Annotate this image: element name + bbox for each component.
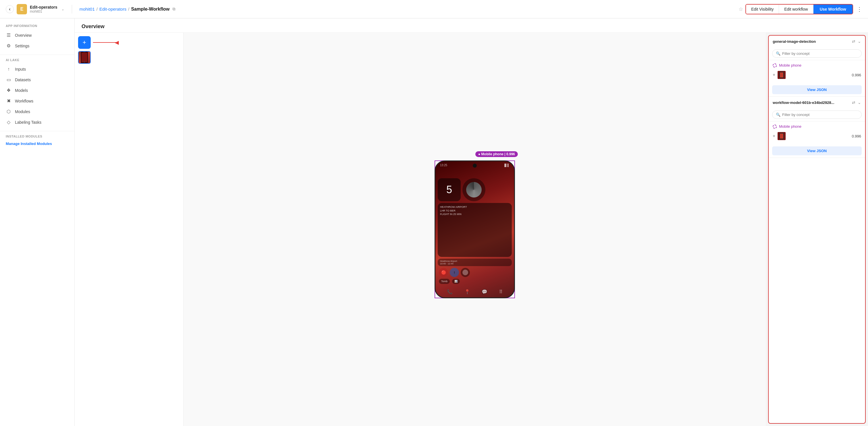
sidebar-item-label: Models [15, 88, 28, 93]
overview-header: Overview [74, 19, 868, 33]
sidebar-item-inputs[interactable]: ↑ Inputs [0, 64, 74, 74]
use-workflow-button[interactable]: Use Workflow [813, 5, 852, 14]
workflows-icon: ✖ [6, 98, 11, 103]
filter-input-wrap-2: 🔍 [769, 108, 865, 121]
detection-thumb-2 [778, 132, 786, 140]
thumb-phone-svg [81, 51, 88, 64]
result-section-2-header[interactable]: workflow-model-601b-e34bd2928... ⇄ ⌄ [769, 97, 865, 108]
phone-notch [473, 163, 477, 168]
detection-score-1: 0.996 [851, 73, 861, 77]
detection-row-2: ⌖ 0.996 [773, 131, 861, 141]
filter-icon-2[interactable]: ⇄ [852, 100, 856, 105]
breadcrumb-sep2: / [128, 7, 129, 11]
sidebar-item-workflows[interactable]: ✖ Workflows [0, 96, 74, 106]
filter-input-wrap-1: 🔍 [769, 47, 865, 60]
models-icon: ❖ [6, 88, 11, 93]
svg-rect-3 [83, 52, 86, 52]
result-section-1-controls: ⇄ ⌄ [852, 39, 861, 43]
inputs-icon: ↑ [6, 67, 11, 72]
sidebar-item-modules[interactable]: ⬡ Modules [0, 106, 74, 117]
breadcrumb-app[interactable]: Edit-operators [99, 7, 126, 11]
arrow-indicator: ◀ [93, 39, 119, 45]
search-icon-2: 🔍 [776, 113, 780, 117]
breadcrumb-sep1: / [96, 7, 98, 11]
sidebar-divider-2 [0, 131, 74, 131]
settings-icon: ⚙ [6, 43, 11, 49]
breadcrumb: mohit01 / Edit-operators / Sample-Workfl… [80, 7, 175, 12]
breadcrumb-user[interactable]: mohit01 [80, 7, 95, 11]
concept-dot-1 [773, 63, 777, 67]
result-section-1-header[interactable]: general-image-detection ⇄ ⌄ [769, 36, 865, 47]
phone-action-1: 🔴 [439, 268, 448, 277]
phone-widget-circle [462, 178, 485, 201]
sidebar-item-label: Modules [15, 110, 30, 114]
results-panel: general-image-detection ⇄ ⌄ 🔍 [768, 35, 866, 424]
more-options-button[interactable]: ⋮ [857, 6, 862, 12]
filter-concept-input-2[interactable] [782, 113, 858, 117]
app-information-label: App Information [0, 24, 74, 30]
svg-rect-6 [780, 72, 783, 78]
chevron-down-icon[interactable]: ⌄ [61, 7, 64, 11]
thumbnail-item-1[interactable] [78, 51, 91, 64]
phone-circle-inner [466, 182, 482, 197]
sidebar-item-overview[interactable]: ☰ Overview [0, 30, 74, 40]
avatar: E [17, 4, 27, 14]
sidebar-divider-1 [0, 55, 74, 55]
svg-rect-9 [780, 133, 783, 139]
sidebar-item-settings[interactable]: ⚙ Settings [0, 40, 74, 51]
topnav-left: ‹ E Edit-operators mohit01 ⌄ mohit01 / E… [6, 4, 175, 14]
sidebar-item-label: Settings [15, 43, 30, 48]
phone-widget-text: HEATHROW AIRPORTLHR TO BERFLIGHT IN 25 M… [438, 203, 512, 257]
concept-item-1: Mobile phone ⌖ 0.996 [769, 60, 865, 83]
sidebar-item-datasets[interactable]: ▭ Datasets [0, 74, 74, 85]
svg-rect-1 [82, 53, 87, 62]
phone-apps-icon: ⠿ [499, 289, 503, 295]
sidebar-item-labeling[interactable]: ◇ Labeling Tasks [0, 117, 74, 127]
view-json-button-1[interactable]: View JSON [772, 85, 862, 94]
topnav-right: ☆ Edit Visibility Edit workflow Use Work… [739, 4, 862, 14]
detection-main: ● Mobile phone | 0.996 13:25 ▐▌▌ 5 [184, 33, 766, 426]
add-input-button[interactable]: + [78, 36, 91, 49]
phone-widget-number: 5 [438, 178, 461, 201]
result-section-2: workflow-model-601b-e34bd2928... ⇄ ⌄ 🔍 [769, 97, 865, 158]
sidebar-item-models[interactable]: ❖ Models [0, 85, 74, 96]
expand-icon-2[interactable]: ⌄ [858, 100, 861, 105]
star-button[interactable]: ☆ [739, 6, 743, 12]
phone-action-3 [461, 268, 470, 277]
breadcrumb-current: Sample-Workflow [131, 7, 169, 12]
phone-call-icon: 📞 [447, 289, 453, 295]
edit-visibility-button[interactable]: Edit Visibility [746, 5, 779, 14]
sidebar-item-label: Overview [15, 33, 32, 38]
sidebar-item-label: Inputs [15, 67, 26, 71]
result-section-1-title: general-image-detection [773, 39, 816, 43]
main-layout: App Information ☰ Overview ⚙ Settings AI… [0, 19, 868, 426]
phone-signal: ▐▌▌ [503, 163, 509, 167]
copy-icon[interactable]: ⧉ [173, 7, 175, 11]
back-icon: ‹ [9, 7, 10, 12]
ai-lake-label: AI Lake [0, 58, 74, 64]
detection-thumb-1 [778, 71, 786, 79]
phone-widget-row-1: 5 [438, 178, 512, 201]
detection-label: ● Mobile phone | 0.996 [475, 151, 518, 157]
view-json-button-2[interactable]: View JSON [772, 146, 862, 155]
expand-icon-1[interactable]: ⌄ [858, 39, 861, 43]
manage-modules-link[interactable]: Manage Installed Modules [0, 141, 74, 147]
phone-bottom-bar: 📞 📍 💬 ⠿ [435, 286, 514, 297]
concept-name-2: Mobile phone [779, 124, 801, 129]
labeling-icon: ◇ [6, 119, 11, 125]
filter-icon-1[interactable]: ⇄ [852, 39, 856, 43]
edit-workflow-button[interactable]: Edit workflow [779, 5, 813, 14]
filter-concept-input-1[interactable] [782, 51, 858, 56]
search-icon-1: 🔍 [776, 51, 780, 56]
bbox-icon-1: ⌖ [773, 72, 775, 78]
back-button[interactable]: ‹ [6, 5, 14, 13]
arrow-line [93, 42, 116, 43]
filter-input-2[interactable]: 🔍 [772, 111, 862, 119]
app-name: Edit-operators [30, 5, 57, 9]
sidebar: App Information ☰ Overview ⚙ Settings AI… [0, 19, 74, 426]
detection-row-1: ⌖ 0.996 [773, 70, 861, 80]
concept-header-2: Mobile phone [773, 124, 861, 129]
concept-name-1: Mobile phone [779, 63, 801, 67]
concept-header-1: Mobile phone [773, 63, 861, 67]
filter-input-1[interactable]: 🔍 [772, 50, 862, 58]
